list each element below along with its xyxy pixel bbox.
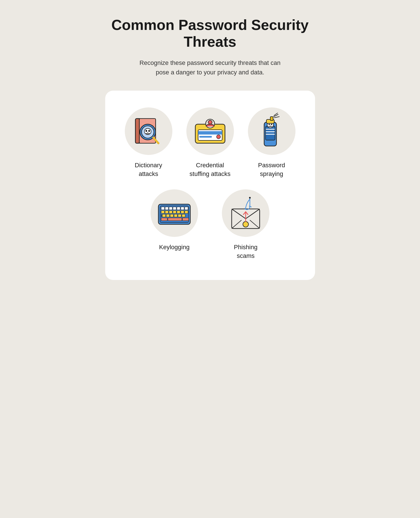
svg-rect-55 <box>166 214 170 217</box>
svg-rect-59 <box>182 214 185 217</box>
credential-stuffing-icon-circle <box>186 107 234 155</box>
svg-point-27 <box>268 124 270 125</box>
svg-rect-16 <box>198 131 222 135</box>
password-spraying-icon-circle <box>248 107 295 155</box>
svg-rect-45 <box>181 207 184 210</box>
svg-rect-22 <box>266 126 275 140</box>
page-title: Common Password Security Threats <box>105 17 315 50</box>
svg-rect-53 <box>185 211 188 213</box>
svg-rect-34 <box>270 117 273 121</box>
keylogging-icon-circle <box>151 189 198 237</box>
threat-dictionary-attacks: Dictionaryattacks <box>119 107 178 178</box>
svg-rect-51 <box>177 211 180 213</box>
dictionary-attacks-icon-circle <box>125 107 172 155</box>
svg-line-36 <box>274 117 279 118</box>
svg-rect-40 <box>161 207 165 210</box>
bottom-grid: Keylogging <box>140 189 280 260</box>
threat-password-spraying: Passwordspraying <box>242 107 301 178</box>
svg-point-18 <box>217 135 220 139</box>
phishing-scams-label: Phishingscams <box>234 243 257 260</box>
svg-rect-54 <box>162 214 166 217</box>
svg-rect-46 <box>185 207 188 210</box>
page-container: Common Password Security Threats Recogni… <box>105 17 315 280</box>
svg-rect-49 <box>169 211 172 213</box>
svg-point-68 <box>243 222 248 227</box>
password-spraying-label: Passwordspraying <box>258 161 285 178</box>
top-grid: Dictionaryattacks <box>119 107 301 178</box>
keylogging-icon <box>156 199 193 227</box>
svg-rect-64 <box>161 214 162 217</box>
svg-point-7 <box>148 130 150 132</box>
svg-rect-52 <box>181 211 184 213</box>
page-subtitle: Recognize these password security threat… <box>137 58 283 77</box>
svg-rect-58 <box>178 214 181 217</box>
threat-credential-stuffing: Credentialstuffing attacks <box>181 107 240 178</box>
svg-rect-62 <box>182 218 189 221</box>
svg-rect-44 <box>177 207 180 210</box>
svg-point-71 <box>249 197 251 199</box>
svg-rect-61 <box>168 218 182 221</box>
svg-rect-57 <box>174 214 177 217</box>
phishing-scams-icon <box>227 195 264 231</box>
keylogging-label: Keylogging <box>159 243 190 252</box>
svg-rect-17 <box>199 136 212 138</box>
svg-point-20 <box>208 120 212 124</box>
svg-rect-50 <box>173 211 176 213</box>
svg-rect-60 <box>161 218 167 221</box>
threat-phishing-scams: Phishingscams <box>222 189 269 260</box>
svg-rect-43 <box>173 207 176 210</box>
phishing-scams-icon-circle <box>222 189 269 237</box>
svg-rect-56 <box>170 214 173 217</box>
svg-point-6 <box>146 130 147 132</box>
threats-card: Dictionaryattacks <box>105 91 315 280</box>
credential-stuffing-label: Credentialstuffing attacks <box>189 161 230 178</box>
svg-rect-47 <box>161 211 165 213</box>
credential-stuffing-icon <box>192 116 228 147</box>
svg-rect-48 <box>165 211 168 213</box>
svg-rect-42 <box>169 207 172 210</box>
threat-keylogging: Keylogging <box>151 189 198 260</box>
dictionary-attacks-icon <box>130 113 167 149</box>
password-spraying-icon <box>256 112 287 151</box>
dictionary-attacks-label: Dictionaryattacks <box>135 161 162 178</box>
svg-rect-1 <box>135 119 139 143</box>
svg-point-28 <box>271 124 272 125</box>
svg-rect-41 <box>165 207 168 210</box>
